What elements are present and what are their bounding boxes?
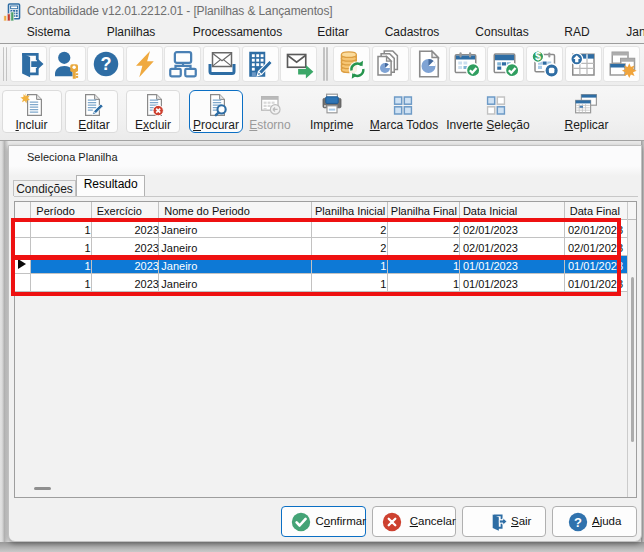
svg-text:?: ? [100,54,111,74]
svg-text:?: ? [574,515,582,530]
svg-text:$: $ [534,50,540,62]
